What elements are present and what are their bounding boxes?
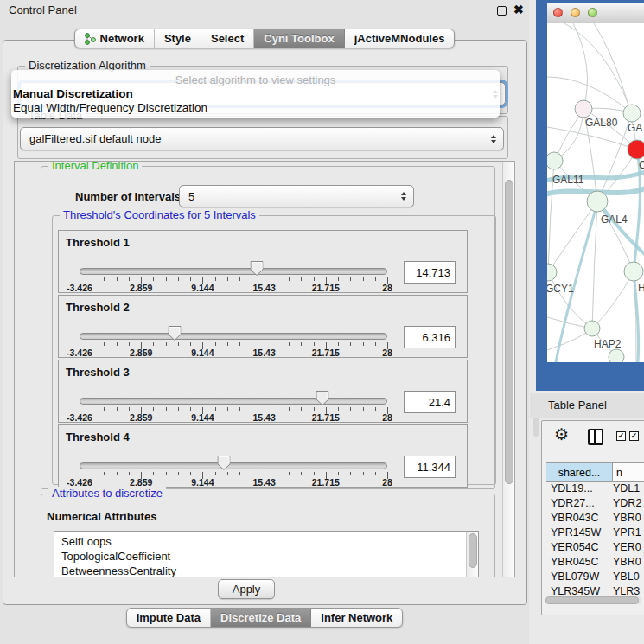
axis-tick — [227, 342, 228, 346]
threshold-slider[interactable]: -3.4262.8599.14415.4321.71528 — [80, 296, 387, 357]
axis-tick — [117, 277, 118, 281]
attribute-item[interactable]: TopologicalCoefficient — [54, 549, 478, 564]
slider-track[interactable] — [80, 333, 387, 340]
network-window-titlebar[interactable] — [547, 3, 644, 24]
gear-icon[interactable]: ⚙ — [554, 424, 569, 444]
threshold-value-field[interactable]: 21.4 — [404, 391, 456, 413]
table-column-header[interactable]: shared... — [546, 463, 613, 481]
table-panel-title: Table Panel — [548, 399, 607, 411]
attributes-group: Attributes to discretize Numerical Attri… — [41, 494, 495, 577]
axis-tick-label: 28 — [382, 348, 392, 358]
numerical-attributes-list[interactable]: SelfLoopsTopologicalCoefficientBetweenne… — [54, 531, 479, 577]
table-data-combobox[interactable]: galFiltered.sif default node — [20, 127, 504, 150]
network-node[interactable] — [609, 349, 624, 362]
network-node[interactable] — [575, 100, 592, 118]
network-node[interactable] — [587, 191, 608, 212]
network-node-label: GAL4 — [601, 214, 628, 226]
dropdown-option-manual[interactable]: Manual Discretization — [13, 87, 498, 101]
table-row[interactable]: YBR045CYBR0 — [546, 556, 644, 571]
axis-tick — [153, 342, 154, 346]
network-edge — [573, 23, 587, 109]
table-row[interactable]: YBR043CYBR0 — [546, 512, 644, 526]
tab-label: Style — [164, 32, 191, 45]
mac-minimize-button[interactable] — [571, 8, 580, 17]
network-canvas[interactable]: GAL80GACGAL11GAL4GCY1HHAP2 — [547, 23, 644, 362]
axis-tick — [350, 472, 351, 475]
table-row[interactable]: YPR145WYPR1 — [546, 526, 644, 541]
network-node-label: C — [639, 159, 644, 171]
axis-tick — [239, 407, 240, 411]
apply-button[interactable]: Apply — [218, 579, 275, 599]
tab-infer-network[interactable]: Infer Network — [311, 609, 402, 627]
axis-tick-label: 28 — [382, 412, 392, 423]
slider-track[interactable] — [80, 398, 387, 405]
network-node[interactable] — [624, 262, 643, 281]
checkbox-checked-icon[interactable]: ✓ — [616, 431, 626, 441]
tab-cyni-toolbox[interactable]: Cyni Toolbox — [254, 29, 344, 48]
slider-thumb[interactable] — [169, 326, 182, 341]
tab-impute-data[interactable]: Impute Data — [127, 609, 211, 627]
slider-track[interactable] — [80, 268, 387, 275]
axis-tick-label: 21.715 — [312, 477, 340, 488]
dropdown-option-equal-width[interactable]: Equal Width/Frequency Discretization — [13, 101, 498, 115]
slider-thumb[interactable] — [316, 391, 329, 405]
attribute-item[interactable]: SelfLoops — [54, 534, 478, 549]
network-node[interactable] — [584, 321, 600, 336]
axis-tick — [129, 407, 130, 411]
table-horizontal-scrollbar[interactable] — [545, 596, 641, 604]
axis-tick — [190, 342, 191, 346]
tab-discretize-data[interactable]: Discretize Data — [211, 609, 311, 627]
threshold-value-field[interactable]: 6.316 — [404, 326, 456, 348]
settings-scrollbar-thumb[interactable] — [505, 180, 513, 484]
table-row[interactable]: YDR27...YDR2 — [546, 497, 644, 512]
table-row[interactable]: YLR345WYLR3 — [546, 585, 644, 596]
threshold-value-field[interactable]: 14.713 — [404, 261, 456, 284]
attribute-item[interactable]: BetweennessCentrality — [54, 564, 478, 577]
threshold-value-field[interactable]: 11.344 — [404, 456, 456, 478]
network-node[interactable] — [628, 140, 644, 159]
axis-tick — [239, 342, 240, 346]
tab-select[interactable]: Select — [201, 29, 254, 48]
close-icon[interactable]: ✖ — [513, 3, 524, 16]
tab-network[interactable]: Network — [75, 29, 155, 48]
tab-label: Cyni Toolbox — [264, 32, 334, 45]
network-edge — [564, 23, 632, 113]
network-node[interactable] — [547, 264, 557, 281]
table-row[interactable]: YDL19...YDL1 — [546, 482, 644, 497]
network-node[interactable] — [623, 105, 641, 122]
mac-close-button[interactable] — [553, 8, 563, 17]
mac-zoom-button[interactable] — [588, 8, 597, 17]
threshold-slider[interactable]: -3.4262.8599.14415.4321.71528 — [80, 231, 387, 292]
float-window-icon[interactable] — [497, 6, 507, 16]
axis-tick — [129, 472, 130, 475]
axis-tick — [215, 277, 216, 281]
threshold-slider[interactable]: -3.4262.8599.14415.4321.71528 — [80, 360, 387, 422]
slider-thumb[interactable] — [218, 456, 231, 470]
network-icon — [85, 33, 96, 45]
number-of-intervals-combobox[interactable]: 5 — [179, 185, 414, 207]
attributes-scrollbar-thumb[interactable] — [469, 533, 477, 568]
settings-scrollbar[interactable] — [502, 162, 514, 577]
table-row[interactable]: YBL079WYBL0 — [546, 571, 644, 585]
axis-tick — [350, 407, 351, 411]
axis-tick — [363, 407, 364, 411]
axis-tick — [277, 277, 277, 281]
split-columns-icon[interactable] — [588, 429, 603, 445]
attributes-scrollbar[interactable] — [466, 532, 478, 577]
checkbox-checked-icon[interactable]: ✓ — [629, 431, 639, 441]
network-node[interactable] — [547, 152, 563, 169]
axis-tick — [314, 407, 315, 411]
axis-tick-label: 9.144 — [191, 412, 214, 423]
table-hscrollbar-thumb[interactable] — [545, 596, 639, 604]
numerical-attributes-label: Numerical Attributes — [47, 510, 156, 523]
table-column-header[interactable]: n — [613, 463, 644, 481]
tab-style[interactable]: Style — [155, 29, 201, 48]
axis-tick — [153, 277, 154, 281]
threshold-slider[interactable]: -3.4262.8599.14415.4321.71528 — [80, 425, 387, 487]
tab-jactivemnodules[interactable]: jActiveMNodules — [345, 29, 455, 48]
axis-tick — [277, 407, 277, 411]
table-row[interactable]: YER054CYER0 — [546, 541, 644, 556]
slider-thumb[interactable] — [251, 261, 264, 276]
slider-track[interactable] — [80, 462, 387, 469]
axis-tick — [239, 277, 240, 281]
